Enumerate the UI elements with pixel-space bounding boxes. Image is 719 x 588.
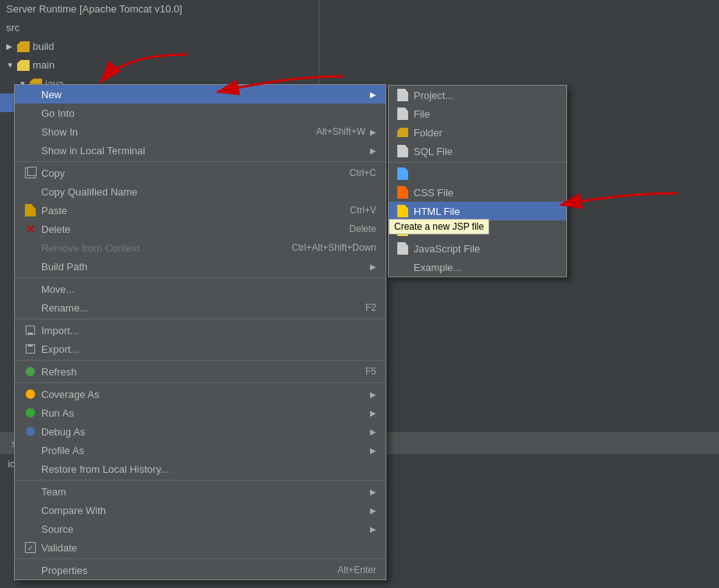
menu-sep7 (15, 558, 386, 559)
css-icon (397, 167, 409, 180)
submenu-item-project[interactable]: Project... (389, 86, 566, 104)
menu-sep1 (15, 161, 386, 162)
menu-item-team[interactable]: Team ▶ (15, 482, 386, 501)
submenu-item-example[interactable]: JavaScript File (389, 239, 566, 258)
expand-arrow: ▶ (6, 39, 14, 55)
example-icon (397, 242, 409, 255)
submenu-arrow: ▶ (370, 525, 376, 533)
properties-icon (24, 564, 37, 576)
validate-icon: ✓ (24, 541, 37, 554)
submenu-arrow: ▶ (370, 128, 376, 136)
source-icon (24, 523, 37, 535)
menu-sep3 (15, 319, 386, 319)
submenu-item-jsp[interactable]: HTML File Create a new JSP file (389, 202, 566, 220)
jsp-tooltip: Create a new JSP file (389, 219, 489, 234)
file-icon (397, 107, 409, 120)
coverage-icon (24, 388, 37, 400)
menu-item-debug-as[interactable]: Debug As ▶ (15, 422, 386, 441)
menu-item-paste[interactable]: Paste Ctrl+V (15, 201, 386, 220)
menu-item-show-in[interactable]: Show In Alt+Shift+W ▶ (15, 122, 386, 141)
menu-sep2 (15, 277, 386, 278)
debug-icon (24, 425, 37, 438)
remove-icon (24, 241, 37, 254)
menu-item-profile-as[interactable]: Profile As ▶ (15, 441, 386, 459)
menu-item-delete[interactable]: ✕ Delete Delete (15, 220, 386, 238)
go-into-icon (24, 107, 37, 119)
context-menu: New ▶ Project... (14, 84, 386, 580)
other-icon (397, 261, 409, 273)
menu-item-coverage-as[interactable]: Coverage As ▶ (15, 385, 386, 403)
tree-item-main[interactable]: ▼ main (0, 56, 319, 75)
submenu-item-html[interactable]: CSS File (389, 183, 566, 202)
new-submenu: Project... File (388, 85, 567, 277)
menu-item-import[interactable]: Import... (15, 321, 386, 340)
menu-item-export[interactable]: Export... (15, 340, 386, 358)
submenu-arrow: ▶ (370, 446, 376, 455)
menu-sep5 (15, 382, 386, 383)
export-icon (24, 343, 37, 355)
team-icon (24, 485, 37, 498)
submenu-arrow: ▶ (370, 488, 376, 496)
ide-background: Server Runtime [Apache Tomcat v10.0] src… (0, 0, 719, 588)
delete-icon: ✕ (24, 223, 37, 235)
html-icon (397, 186, 409, 199)
menu-item-rename[interactable]: Rename... F2 (15, 298, 386, 317)
submenu-arrow: ▶ (370, 90, 376, 99)
menu-item-show-terminal[interactable]: Show in Local Terminal ▶ (15, 141, 386, 160)
submenu-item-css[interactable] (389, 164, 566, 183)
compare-icon (24, 504, 37, 516)
new-icon (24, 88, 37, 100)
menu-sep6 (15, 480, 386, 481)
show-in-icon (24, 125, 37, 138)
copy-qualified-icon (24, 185, 37, 198)
terminal-icon (24, 144, 37, 157)
folder-icon-open (17, 60, 30, 71)
folder-file-icon (397, 126, 409, 139)
menu-item-refresh[interactable]: Refresh F5 (15, 362, 386, 381)
build-path-icon (24, 260, 37, 273)
rename-icon (24, 301, 37, 314)
submenu-arrow: ▶ (370, 262, 376, 271)
expand-arrow: ▼ (6, 58, 14, 73)
submenu-item-other[interactable]: Example... (389, 258, 566, 276)
tree-item-src[interactable]: src (0, 19, 319, 37)
copy-icon (24, 167, 37, 179)
submenu-sep1 (389, 162, 566, 163)
menu-item-properties[interactable]: Properties Alt+Enter (15, 561, 386, 579)
menu-item-copy-qualified[interactable]: Copy Qualified Name (15, 182, 386, 201)
menu-item-validate[interactable]: ✓ Validate (15, 538, 386, 557)
submenu-arrow: ▶ (370, 506, 376, 515)
menu-item-run-as[interactable]: Run As ▶ (15, 403, 386, 422)
submenu-arrow: ▶ (370, 146, 376, 155)
paste-icon (24, 204, 37, 217)
tree-item-server[interactable]: Server Runtime [Apache Tomcat v10.0] (0, 0, 319, 19)
menu-item-move[interactable]: Move... (15, 280, 386, 298)
project-icon (397, 89, 409, 101)
submenu-item-folder[interactable]: Folder (389, 123, 566, 142)
submenu-arrow: ▶ (370, 428, 376, 436)
refresh-icon (24, 365, 37, 378)
menu-item-new[interactable]: New ▶ Project... (15, 85, 386, 104)
menu-item-build-path[interactable]: Build Path ▶ (15, 257, 386, 276)
menu-sep4 (15, 360, 386, 361)
tree-item-build[interactable]: ▶ build (0, 37, 319, 56)
profile-icon (24, 444, 37, 456)
menu-item-source[interactable]: Source ▶ (15, 519, 386, 538)
run-icon (24, 407, 37, 419)
sql-icon (397, 145, 409, 157)
menu-item-remove-context[interactable]: Remove from Context Ctrl+Alt+Shift+Down (15, 238, 386, 257)
menu-item-copy[interactable]: Copy Ctrl+C (15, 164, 386, 182)
folder-icon (17, 41, 30, 52)
move-icon (24, 283, 37, 295)
submenu-arrow: ▶ (370, 409, 376, 417)
submenu-item-sql[interactable]: SQL File (389, 142, 566, 160)
import-icon (24, 324, 37, 336)
submenu-arrow: ▶ (370, 390, 376, 399)
history-icon (24, 463, 37, 475)
menu-item-go-into[interactable]: Go Into (15, 104, 386, 122)
menu-item-compare-with[interactable]: Compare With ▶ (15, 501, 386, 519)
jsp-icon (397, 205, 409, 217)
menu-item-restore-history[interactable]: Restore from Local History... (15, 459, 386, 478)
submenu-item-file[interactable]: File (389, 104, 566, 123)
